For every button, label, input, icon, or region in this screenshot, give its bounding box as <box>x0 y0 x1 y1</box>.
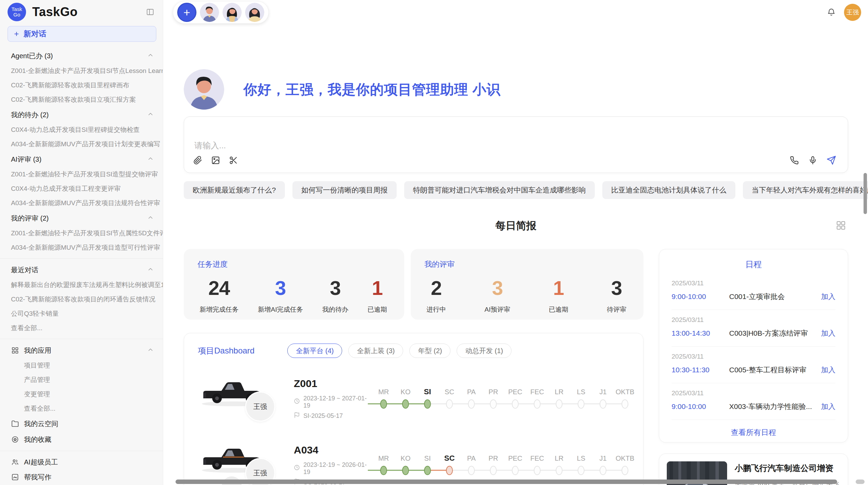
sidebar-item-ai-super-staff[interactable]: AI超级员工 <box>0 455 163 470</box>
project-dashboard-card: 项目Dashboard 全新平台 (4) 全新上装 (3) 年型 (2) 动总开… <box>184 333 643 485</box>
conversation-item[interactable]: 公司Q3轻卡销量 <box>0 307 163 321</box>
stat-value: 3 <box>484 276 510 300</box>
sidebar-section-ai-review[interactable]: AI评审 (3) <box>0 151 163 167</box>
schedule-event: 2025/03/11 9:00-10:00 C001-立项审批会 加入 <box>672 273 835 310</box>
add-agent-button[interactable]: + <box>177 3 196 22</box>
paperclip-icon[interactable] <box>193 156 203 165</box>
conversation-item[interactable]: A034-全新新能源MUV产品开发项目法规符合性评审 <box>0 196 163 210</box>
sidebar-app-project-mgmt[interactable]: 项目管理 <box>0 358 163 373</box>
grid-area: 任务进度 24 新增完成任务 3 新增AI完成任务 3 <box>184 249 848 485</box>
view-all-schedule[interactable]: 查看所有日程 <box>672 420 835 438</box>
suggestion-chip[interactable]: 当下年轻人对汽车外观有怎样的喜好趋势 <box>743 181 868 199</box>
project-row[interactable]: 王强 A034 2023-12-19 ~ 2026-01-19 SC-2025-… <box>198 439 629 485</box>
conversation-item[interactable]: C0X4-动力总成开发项目SI里程碑提交物检查 <box>0 123 163 137</box>
agent-avatar-pill: + <box>173 1 269 24</box>
vertical-scrollbar[interactable] <box>864 173 867 214</box>
section-header-label: Agent已办 (3) <box>11 51 53 61</box>
image-icon[interactable] <box>211 156 220 165</box>
sidebar-item-label: 我的收藏 <box>24 435 51 444</box>
sidebar-section-my-todo[interactable]: 我的待办 (2) <box>0 107 163 123</box>
conversation-item[interactable]: C02-飞腾新能源轻客改款项目里程碑画布 <box>0 78 163 92</box>
suggestion-chip[interactable]: 如何写一份清晰的项目周报 <box>292 181 397 199</box>
milestone-label: J1 <box>592 453 614 463</box>
layout-icon[interactable] <box>836 220 846 232</box>
bell-icon[interactable] <box>826 7 836 17</box>
sidebar-section-agent-done[interactable]: Agent已办 (3) <box>0 48 163 64</box>
join-button[interactable]: 加入 <box>821 365 835 375</box>
milestone-chain: MR KO SI SC PA PR PEC FEC LR LS J1 OKTB <box>373 387 636 411</box>
suggestion-chip[interactable]: 特朗普可能对进口汽车增税会对中国车企造成哪些影响 <box>404 181 595 199</box>
conversation-item[interactable]: A034-全新新能源MUV产品开发项目计划变更表编写 <box>0 137 163 151</box>
composer-right-icons <box>789 156 836 165</box>
join-button[interactable]: 加入 <box>821 292 835 301</box>
milestone-dot-todo <box>490 399 497 409</box>
milestone-dot-done <box>424 466 431 475</box>
send-icon[interactable] <box>827 156 836 165</box>
tab-new-platform[interactable]: 全新平台 (4) <box>287 344 342 358</box>
briefing-header: 每日简报 <box>184 218 848 233</box>
milestone-label: OKTB <box>614 453 636 463</box>
sidebar-item-favorites[interactable]: 我的收藏 <box>0 432 163 447</box>
frame-write-icon <box>11 473 19 481</box>
join-button[interactable]: 加入 <box>821 402 835 411</box>
clock-icon <box>294 398 300 406</box>
phone-icon[interactable] <box>789 156 799 165</box>
card-title: 我的评审 <box>424 259 628 270</box>
conversation-item[interactable]: 解释最新出台的欧盟报废车法规再生塑料比例被调至15%... <box>0 278 163 292</box>
sidebar-item-label: 帮我写作 <box>24 473 51 482</box>
milestone-dot-done <box>402 399 409 409</box>
conversation-item[interactable]: Z001-全新燃油皮卡产品开发项目SI节点Lesson Learn报告 <box>0 64 163 78</box>
scissors-icon[interactable] <box>229 156 238 165</box>
milestone-dot-overdue <box>446 466 453 475</box>
project-visual: 王强 <box>198 373 287 424</box>
view-all-conversations[interactable]: 查看全部... <box>0 321 163 335</box>
star-badge-icon <box>11 435 19 444</box>
sidebar-section-my-apps[interactable]: 我的应用 <box>0 343 163 358</box>
conversation-item[interactable]: C0X4-动力总成开发项目工程变更评审 <box>0 182 163 196</box>
sidebar-section-my-review[interactable]: 我的评审 (2) <box>0 210 163 226</box>
agent-avatar-3[interactable] <box>245 3 264 22</box>
conversation-item[interactable]: A034-全新新能源MUV产品开发项目造型可行性评审 <box>0 240 163 255</box>
join-button[interactable]: 加入 <box>821 328 835 338</box>
chevron-up-icon <box>147 346 154 355</box>
agent-avatar-1[interactable] <box>200 3 219 22</box>
horizontal-scrollbar[interactable] <box>176 480 837 484</box>
stat-label: AI预评审 <box>484 305 510 314</box>
event-time: 10:30-11:30 <box>672 366 729 374</box>
mic-icon[interactable] <box>808 156 818 165</box>
sidebar-header: Task Go TaskGo <box>0 0 163 24</box>
new-chat-button[interactable]: + 新对话 <box>8 26 156 42</box>
sidebar-item-cloud-space[interactable]: 我的云空间 <box>0 416 163 432</box>
stat-value: 1 <box>549 276 568 300</box>
view-all-apps[interactable]: 查看全部... <box>0 401 163 416</box>
tab-powertrain[interactable]: 动总开发 (1) <box>457 344 511 358</box>
project-row[interactable]: 王强 Z001 2023-12-19 ~ 2027-01-19 SI-2025-… <box>198 373 629 424</box>
composer[interactable]: 请输入... <box>184 116 848 173</box>
stat-value: 2 <box>426 276 446 300</box>
user-avatar[interactable]: 王强 <box>844 4 861 21</box>
sidebar-app-product-mgmt[interactable]: 产品管理 <box>0 373 163 387</box>
milestone-label-current: SC <box>438 453 460 463</box>
agent-avatar-2[interactable] <box>222 3 242 22</box>
milestone-label: PA <box>460 453 482 463</box>
suggestion-chip[interactable]: 欧洲新规最近颁布了什么? <box>184 181 285 199</box>
tab-new-body[interactable]: 全新上装 (3) <box>348 344 403 358</box>
stat-label: 已逾期 <box>549 305 568 314</box>
sidebar-app-change-mgmt[interactable]: 变更管理 <box>0 387 163 401</box>
sidebar-item-help-write[interactable]: 帮我写作 <box>0 470 163 485</box>
conversation-item[interactable]: Z001-全新燃油轻卡产品开发项目SI造型提交物评审 <box>0 167 163 182</box>
milestone-dot-todo <box>556 466 563 475</box>
milestone-dot-todo <box>512 399 519 409</box>
milestone-dot-done <box>424 399 431 409</box>
tab-year-model[interactable]: 年型 (2) <box>409 344 450 358</box>
sidebar-section-recent[interactable]: 最近对话 <box>0 262 163 278</box>
app-title: TaskGo <box>32 5 77 19</box>
dashboard-header: 项目Dashboard 全新平台 (4) 全新上装 (3) 年型 (2) 动总开… <box>198 344 629 358</box>
sidebar-collapse-icon[interactable] <box>145 8 155 16</box>
suggestion-chip[interactable]: 比亚迪全固态电池计划具体说了什么 <box>602 181 735 199</box>
stat-value: 3 <box>322 276 348 300</box>
conversation-item[interactable]: Z001-全新燃油轻卡产品开发项目SI节点属性5D文件评审 <box>0 226 163 240</box>
conversation-item[interactable]: C02-飞腾新能源轻客改款项目的闭环通告反馈情况 <box>0 292 163 307</box>
conversation-item[interactable]: C02-飞腾新能源轻客改款项目立项汇报方案 <box>0 92 163 107</box>
milestone-label: PEC <box>504 453 526 463</box>
